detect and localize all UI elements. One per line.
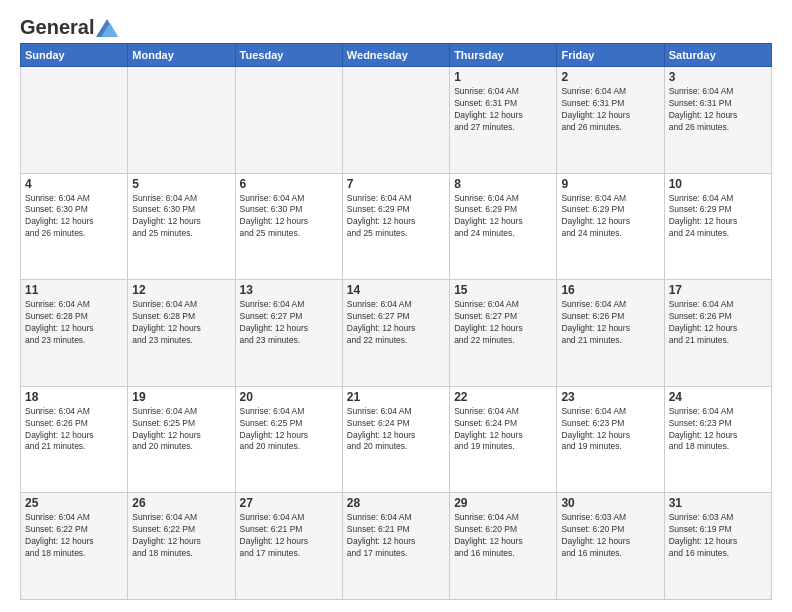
day-info: Sunrise: 6:04 AM Sunset: 6:26 PM Dayligh… (25, 406, 123, 454)
calendar-week-row: 25Sunrise: 6:04 AM Sunset: 6:22 PM Dayli… (21, 493, 772, 600)
day-info: Sunrise: 6:04 AM Sunset: 6:21 PM Dayligh… (347, 512, 445, 560)
calendar-cell: 2Sunrise: 6:04 AM Sunset: 6:31 PM Daylig… (557, 67, 664, 174)
calendar-week-row: 4Sunrise: 6:04 AM Sunset: 6:30 PM Daylig… (21, 173, 772, 280)
day-number: 16 (561, 283, 659, 297)
calendar-cell: 14Sunrise: 6:04 AM Sunset: 6:27 PM Dayli… (342, 280, 449, 387)
day-number: 20 (240, 390, 338, 404)
day-number: 31 (669, 496, 767, 510)
calendar-cell: 6Sunrise: 6:04 AM Sunset: 6:30 PM Daylig… (235, 173, 342, 280)
day-info: Sunrise: 6:04 AM Sunset: 6:29 PM Dayligh… (669, 193, 767, 241)
day-number: 7 (347, 177, 445, 191)
calendar-cell: 10Sunrise: 6:04 AM Sunset: 6:29 PM Dayli… (664, 173, 771, 280)
calendar-cell: 18Sunrise: 6:04 AM Sunset: 6:26 PM Dayli… (21, 386, 128, 493)
day-info: Sunrise: 6:04 AM Sunset: 6:31 PM Dayligh… (669, 86, 767, 134)
day-number: 25 (25, 496, 123, 510)
day-number: 9 (561, 177, 659, 191)
calendar-week-row: 18Sunrise: 6:04 AM Sunset: 6:26 PM Dayli… (21, 386, 772, 493)
day-number: 22 (454, 390, 552, 404)
day-info: Sunrise: 6:04 AM Sunset: 6:29 PM Dayligh… (561, 193, 659, 241)
day-info: Sunrise: 6:04 AM Sunset: 6:27 PM Dayligh… (240, 299, 338, 347)
day-info: Sunrise: 6:04 AM Sunset: 6:29 PM Dayligh… (347, 193, 445, 241)
day-info: Sunrise: 6:04 AM Sunset: 6:30 PM Dayligh… (132, 193, 230, 241)
calendar-cell: 12Sunrise: 6:04 AM Sunset: 6:28 PM Dayli… (128, 280, 235, 387)
page: General SundayMondayTuesdayWednesdayThur… (0, 0, 792, 612)
day-info: Sunrise: 6:04 AM Sunset: 6:28 PM Dayligh… (132, 299, 230, 347)
calendar-cell: 8Sunrise: 6:04 AM Sunset: 6:29 PM Daylig… (450, 173, 557, 280)
calendar-cell (128, 67, 235, 174)
day-number: 27 (240, 496, 338, 510)
day-of-week-header: Wednesday (342, 44, 449, 67)
day-info: Sunrise: 6:04 AM Sunset: 6:23 PM Dayligh… (669, 406, 767, 454)
day-number: 24 (669, 390, 767, 404)
day-info: Sunrise: 6:04 AM Sunset: 6:31 PM Dayligh… (454, 86, 552, 134)
calendar-cell: 20Sunrise: 6:04 AM Sunset: 6:25 PM Dayli… (235, 386, 342, 493)
day-number: 19 (132, 390, 230, 404)
day-info: Sunrise: 6:04 AM Sunset: 6:25 PM Dayligh… (240, 406, 338, 454)
day-number: 14 (347, 283, 445, 297)
day-info: Sunrise: 6:04 AM Sunset: 6:27 PM Dayligh… (454, 299, 552, 347)
day-info: Sunrise: 6:04 AM Sunset: 6:20 PM Dayligh… (454, 512, 552, 560)
calendar-cell: 7Sunrise: 6:04 AM Sunset: 6:29 PM Daylig… (342, 173, 449, 280)
day-info: Sunrise: 6:04 AM Sunset: 6:30 PM Dayligh… (25, 193, 123, 241)
day-number: 10 (669, 177, 767, 191)
calendar-cell: 21Sunrise: 6:04 AM Sunset: 6:24 PM Dayli… (342, 386, 449, 493)
calendar-cell: 19Sunrise: 6:04 AM Sunset: 6:25 PM Dayli… (128, 386, 235, 493)
day-info: Sunrise: 6:04 AM Sunset: 6:29 PM Dayligh… (454, 193, 552, 241)
day-number: 2 (561, 70, 659, 84)
day-info: Sunrise: 6:04 AM Sunset: 6:22 PM Dayligh… (25, 512, 123, 560)
calendar-cell: 30Sunrise: 6:03 AM Sunset: 6:20 PM Dayli… (557, 493, 664, 600)
day-number: 5 (132, 177, 230, 191)
day-number: 28 (347, 496, 445, 510)
calendar: SundayMondayTuesdayWednesdayThursdayFrid… (20, 43, 772, 600)
calendar-cell: 25Sunrise: 6:04 AM Sunset: 6:22 PM Dayli… (21, 493, 128, 600)
logo-general: General (20, 16, 94, 39)
day-info: Sunrise: 6:04 AM Sunset: 6:30 PM Dayligh… (240, 193, 338, 241)
day-info: Sunrise: 6:04 AM Sunset: 6:27 PM Dayligh… (347, 299, 445, 347)
day-number: 8 (454, 177, 552, 191)
calendar-cell: 24Sunrise: 6:04 AM Sunset: 6:23 PM Dayli… (664, 386, 771, 493)
calendar-cell (21, 67, 128, 174)
calendar-cell: 27Sunrise: 6:04 AM Sunset: 6:21 PM Dayli… (235, 493, 342, 600)
day-info: Sunrise: 6:04 AM Sunset: 6:23 PM Dayligh… (561, 406, 659, 454)
day-of-week-header: Saturday (664, 44, 771, 67)
calendar-table: SundayMondayTuesdayWednesdayThursdayFrid… (20, 43, 772, 600)
calendar-cell: 15Sunrise: 6:04 AM Sunset: 6:27 PM Dayli… (450, 280, 557, 387)
day-info: Sunrise: 6:04 AM Sunset: 6:24 PM Dayligh… (347, 406, 445, 454)
day-of-week-header: Tuesday (235, 44, 342, 67)
calendar-cell: 13Sunrise: 6:04 AM Sunset: 6:27 PM Dayli… (235, 280, 342, 387)
calendar-header: SundayMondayTuesdayWednesdayThursdayFrid… (21, 44, 772, 67)
calendar-cell: 26Sunrise: 6:04 AM Sunset: 6:22 PM Dayli… (128, 493, 235, 600)
day-info: Sunrise: 6:04 AM Sunset: 6:25 PM Dayligh… (132, 406, 230, 454)
day-info: Sunrise: 6:04 AM Sunset: 6:31 PM Dayligh… (561, 86, 659, 134)
calendar-cell: 28Sunrise: 6:04 AM Sunset: 6:21 PM Dayli… (342, 493, 449, 600)
day-number: 26 (132, 496, 230, 510)
logo: General (20, 16, 118, 35)
day-number: 1 (454, 70, 552, 84)
day-number: 3 (669, 70, 767, 84)
calendar-cell: 22Sunrise: 6:04 AM Sunset: 6:24 PM Dayli… (450, 386, 557, 493)
day-info: Sunrise: 6:04 AM Sunset: 6:26 PM Dayligh… (561, 299, 659, 347)
calendar-cell: 17Sunrise: 6:04 AM Sunset: 6:26 PM Dayli… (664, 280, 771, 387)
day-info: Sunrise: 6:04 AM Sunset: 6:22 PM Dayligh… (132, 512, 230, 560)
calendar-cell: 1Sunrise: 6:04 AM Sunset: 6:31 PM Daylig… (450, 67, 557, 174)
day-info: Sunrise: 6:04 AM Sunset: 6:26 PM Dayligh… (669, 299, 767, 347)
calendar-cell: 31Sunrise: 6:03 AM Sunset: 6:19 PM Dayli… (664, 493, 771, 600)
calendar-cell (235, 67, 342, 174)
day-number: 6 (240, 177, 338, 191)
calendar-cell: 23Sunrise: 6:04 AM Sunset: 6:23 PM Dayli… (557, 386, 664, 493)
day-number: 21 (347, 390, 445, 404)
day-number: 17 (669, 283, 767, 297)
calendar-cell: 3Sunrise: 6:04 AM Sunset: 6:31 PM Daylig… (664, 67, 771, 174)
calendar-cell: 5Sunrise: 6:04 AM Sunset: 6:30 PM Daylig… (128, 173, 235, 280)
day-number: 23 (561, 390, 659, 404)
day-of-week-header: Monday (128, 44, 235, 67)
day-number: 13 (240, 283, 338, 297)
day-number: 12 (132, 283, 230, 297)
day-of-week-header: Friday (557, 44, 664, 67)
day-info: Sunrise: 6:03 AM Sunset: 6:19 PM Dayligh… (669, 512, 767, 560)
day-info: Sunrise: 6:04 AM Sunset: 6:21 PM Dayligh… (240, 512, 338, 560)
day-info: Sunrise: 6:03 AM Sunset: 6:20 PM Dayligh… (561, 512, 659, 560)
calendar-week-row: 1Sunrise: 6:04 AM Sunset: 6:31 PM Daylig… (21, 67, 772, 174)
header: General (20, 16, 772, 35)
day-of-week-header: Thursday (450, 44, 557, 67)
